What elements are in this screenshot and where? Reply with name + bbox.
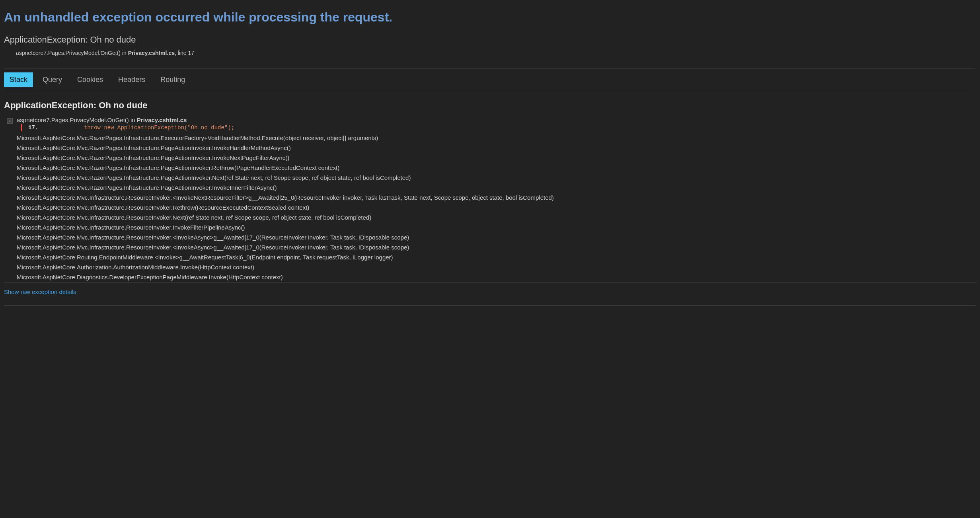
exception-heading: ApplicationException: Oh no dude xyxy=(4,100,976,111)
frame-signature[interactable]: aspnetcore7.Pages.PrivacyModel.OnGet() i… xyxy=(17,117,976,123)
tab-bar: Stack Query Cookies Headers Routing xyxy=(4,72,976,92)
tab-routing[interactable]: Routing xyxy=(155,72,191,87)
frame-content: aspnetcore7.Pages.PrivacyModel.OnGet() i… xyxy=(17,117,976,131)
location-class: aspnetcore7.Pages.PrivacyModel.OnGet() i… xyxy=(16,50,127,56)
source-line: 17. throw new ApplicationException("Oh n… xyxy=(21,124,976,131)
location-line-suffix: , line 17 xyxy=(175,50,194,56)
exception-type: ApplicationException xyxy=(4,35,85,45)
stack-container: + aspnetcore7.Pages.PrivacyModel.OnGet()… xyxy=(7,117,976,282)
error-marker-icon xyxy=(21,124,22,131)
stack-frame[interactable]: Microsoft.AspNetCore.Mvc.Infrastructure.… xyxy=(17,232,976,242)
stack-frame[interactable]: Microsoft.AspNetCore.Mvc.RazorPages.Infr… xyxy=(17,153,976,163)
expand-button[interactable]: + xyxy=(7,118,13,124)
stack-frame[interactable]: Microsoft.AspNetCore.Mvc.RazorPages.Infr… xyxy=(17,183,976,193)
divider xyxy=(4,305,976,306)
stack-frame[interactable]: Microsoft.AspNetCore.Authorization.Autho… xyxy=(17,262,976,272)
page-title: An unhandled exception occurred while pr… xyxy=(4,10,976,25)
frame-file: Privacy.cshtml.cs xyxy=(137,117,187,123)
exception-location: aspnetcore7.Pages.PrivacyModel.OnGet() i… xyxy=(16,50,976,56)
exception-message: Oh no dude xyxy=(90,35,136,45)
stack-frame[interactable]: Microsoft.AspNetCore.Mvc.RazorPages.Infr… xyxy=(17,143,976,153)
tab-headers[interactable]: Headers xyxy=(113,72,151,87)
divider xyxy=(4,68,976,68)
stack-frame[interactable]: Microsoft.AspNetCore.Mvc.Infrastructure.… xyxy=(17,242,976,252)
tab-query[interactable]: Query xyxy=(37,72,68,87)
stack-frame[interactable]: Microsoft.AspNetCore.Mvc.RazorPages.Infr… xyxy=(17,173,976,183)
line-number: 17. xyxy=(28,125,44,131)
stack-frame[interactable]: Microsoft.AspNetCore.Mvc.RazorPages.Infr… xyxy=(17,163,976,173)
show-raw-exception-link[interactable]: Show raw exception details xyxy=(4,288,76,295)
stack-frame[interactable]: Microsoft.AspNetCore.Mvc.Infrastructure.… xyxy=(17,203,976,212)
divider xyxy=(4,282,976,282)
tab-stack[interactable]: Stack xyxy=(4,72,33,87)
stack-frame[interactable]: Microsoft.AspNetCore.Mvc.RazorPages.Infr… xyxy=(17,133,976,143)
frame-prefix: aspnetcore7.Pages.PrivacyModel.OnGet() i… xyxy=(17,117,135,123)
stack-top-frame: + aspnetcore7.Pages.PrivacyModel.OnGet()… xyxy=(7,117,976,131)
stack-frame[interactable]: Microsoft.AspNetCore.Mvc.Infrastructure.… xyxy=(17,222,976,232)
stack-frame[interactable]: Microsoft.AspNetCore.Diagnostics.Develop… xyxy=(17,272,976,282)
tab-cookies[interactable]: Cookies xyxy=(72,72,109,87)
stack-frame[interactable]: Microsoft.AspNetCore.Routing.EndpointMid… xyxy=(17,252,976,262)
stack-frame[interactable]: Microsoft.AspNetCore.Mvc.Infrastructure.… xyxy=(17,212,976,222)
source-code: throw new ApplicationException("Oh no du… xyxy=(84,125,234,131)
location-file: Privacy.cshtml.cs xyxy=(128,50,175,56)
exception-summary: ApplicationException: Oh no dude xyxy=(4,35,976,45)
stack-frame[interactable]: Microsoft.AspNetCore.Mvc.Infrastructure.… xyxy=(17,193,976,203)
stack-frames-list: Microsoft.AspNetCore.Mvc.RazorPages.Infr… xyxy=(17,133,976,282)
